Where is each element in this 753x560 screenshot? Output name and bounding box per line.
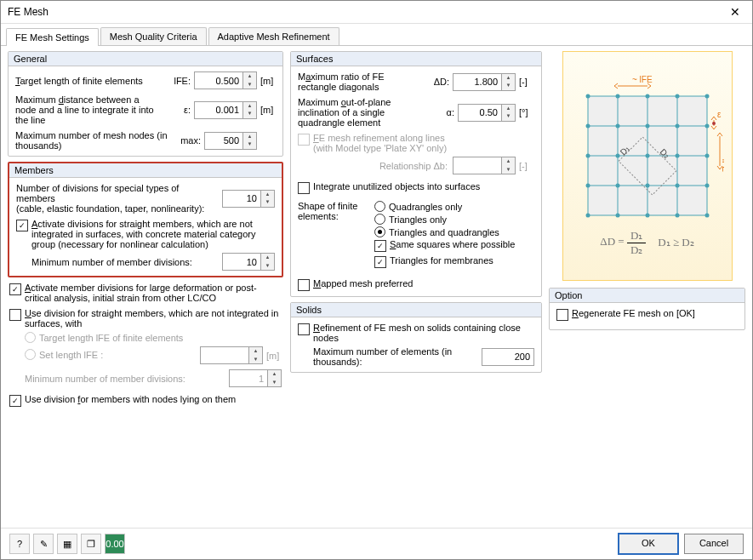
group-solids-title: Solids: [291, 303, 541, 317]
svg-point-12: [615, 94, 619, 98]
svg-point-34: [675, 213, 679, 217]
activate-divisions-label: Activate divisions for straight members,…: [31, 219, 275, 249]
max-ratio-input[interactable]: ▲▼: [453, 73, 516, 91]
group-general-title: General: [9, 52, 282, 66]
relationship-label: Relationship Δb:: [298, 161, 453, 171]
group-solids: Solids Refinement of FE mesh on solids c…: [290, 302, 542, 373]
same-squares-checkbox[interactable]: Same squares where possible: [374, 239, 515, 252]
dialog-footer: ? ✎ ▦ ❐ 0.00 OK Cancel: [1, 528, 752, 559]
group-members-highlighted: Members Number of divisions for special …: [8, 162, 283, 277]
regenerate-checkbox[interactable]: Regenerate FE mesh on [OK]: [556, 308, 738, 321]
divisions-special-input[interactable]: ▲▼: [222, 190, 275, 208]
ok-button[interactable]: OK: [618, 533, 679, 555]
target-length-unit: [m]: [257, 76, 276, 86]
mapped-mesh-label: Mapped mesh preferred: [313, 278, 413, 289]
integrate-unused-checkbox[interactable]: Integrate unutilized objects into surfac…: [298, 181, 534, 194]
svg-point-11: [585, 94, 590, 98]
use-div-straight-label: Use division for straight members, which…: [25, 308, 282, 329]
activate-large-def-checkbox[interactable]: Activate member divisions for large defo…: [9, 283, 282, 303]
tab-strip: FE Mesh Settings Mesh Quality Criteria A…: [1, 24, 752, 46]
max-distance-label: Maximum distance between a node and a li…: [15, 94, 165, 125]
svg-point-23: [645, 153, 649, 157]
same-squares-label: Same squares where possible: [390, 239, 515, 249]
svg-point-19: [675, 123, 679, 128]
refine-solids-checkbox[interactable]: Refinement of FE mesh on solids containi…: [298, 323, 534, 343]
radio-quadrangles[interactable]: Quadrangles only: [374, 201, 515, 212]
radio-triangles[interactable]: Triangles only: [374, 214, 515, 225]
max-distance-unit: [m]: [257, 105, 276, 115]
spinner-icon[interactable]: ▲▼: [243, 71, 257, 89]
calc-icon[interactable]: 0.00: [105, 534, 125, 554]
radio-triangles-quadrangles[interactable]: Triangles and quadrangles: [374, 226, 515, 237]
svg-point-18: [645, 123, 649, 128]
titlebar: FE Mesh ✕: [1, 1, 752, 24]
edit-icon[interactable]: ✎: [33, 534, 54, 554]
use-div-straight-checkbox[interactable]: Use division for straight members, which…: [9, 308, 282, 329]
svg-text:ε: ε: [717, 110, 722, 119]
svg-point-33: [645, 213, 649, 217]
relationship-unit: [-]: [516, 161, 534, 171]
help-icon[interactable]: ?: [9, 534, 30, 554]
divisions-special-label: Number of divisions for special types of…: [16, 183, 222, 214]
svg-point-21: [585, 153, 590, 157]
tab-mesh-quality[interactable]: Mesh Quality Criteria: [100, 27, 207, 45]
radio-target-length: Target length lFE of finite elements: [25, 332, 282, 343]
max-oop-input[interactable]: ▲▼: [458, 104, 516, 122]
refine-solids-label: Refinement of FE mesh on solids containi…: [313, 323, 534, 343]
table-icon[interactable]: ▦: [57, 534, 77, 554]
copy-icon[interactable]: ❐: [81, 534, 101, 554]
refine-lines-label: FE mesh refinement along lines(with Mode…: [313, 133, 447, 153]
group-members-title: Members: [9, 163, 282, 178]
min-div-input[interactable]: ▲▼: [222, 253, 275, 271]
set-length-unit: [m]: [263, 351, 282, 361]
svg-point-26: [585, 183, 590, 187]
max-elements-input[interactable]: [482, 348, 534, 366]
max-ratio-label: Maximum ratio of FE rectangle diagonals: [298, 71, 424, 92]
min-div2-label: Minimum number of member divisions:: [25, 374, 229, 384]
set-length-input: ▲▼: [200, 346, 263, 364]
diagram-formula: ΔD = D₁D₂ D₁ ≥ D₂: [600, 224, 693, 262]
svg-point-27: [615, 183, 619, 187]
svg-text:~lFE: ~lFE: [721, 154, 724, 172]
svg-point-20: [705, 123, 709, 128]
radio-quadrangles-label: Quadrangles only: [389, 202, 462, 212]
tab-fe-mesh-settings[interactable]: FE Mesh Settings: [6, 28, 99, 46]
tab-adaptive-refinement[interactable]: Adaptive Mesh Refinement: [208, 27, 339, 45]
max-nodes-label: Maximum number of mesh nodes (in thousan…: [15, 130, 175, 151]
regenerate-label: Regenerate FE mesh on [OK]: [572, 308, 695, 318]
spinner-icon[interactable]: ▲▼: [502, 104, 516, 122]
spinner-icon[interactable]: ▲▼: [261, 190, 275, 208]
spinner-icon[interactable]: ▲▼: [502, 73, 516, 91]
spinner-icon[interactable]: ▲▼: [243, 132, 257, 150]
mapped-mesh-checkbox[interactable]: Mapped mesh preferred: [298, 278, 534, 291]
spinner-icon[interactable]: ▲▼: [243, 101, 257, 119]
activate-divisions-checkbox[interactable]: Activate divisions for straight members,…: [16, 219, 275, 249]
use-div-nodes-label: Use division for members with nodes lyin…: [25, 394, 236, 404]
triangles-membranes-checkbox[interactable]: Triangles for membranes: [374, 255, 515, 268]
use-div-nodes-checkbox[interactable]: Use division for members with nodes lyin…: [9, 394, 282, 407]
max-nodes-input[interactable]: ▲▼: [204, 132, 257, 150]
max-distance-symbol: ε:: [165, 105, 194, 115]
fe-mesh-dialog: FE Mesh ✕ FE Mesh Settings Mesh Quality …: [0, 0, 753, 560]
max-distance-input[interactable]: ▲▼: [194, 101, 257, 119]
max-ratio-unit: [-]: [516, 77, 534, 87]
max-oop-symbol: α:: [429, 107, 458, 117]
spinner-icon[interactable]: ▲▼: [261, 253, 275, 271]
group-surfaces-title: Surfaces: [291, 52, 541, 66]
mesh-diagram-svg: ~ lFE ε ~lFE D₁ D₂: [571, 71, 724, 224]
activate-large-def-label: Activate member divisions for large defo…: [25, 283, 282, 303]
relationship-input: ▲▼: [453, 157, 516, 174]
svg-point-35: [705, 213, 709, 217]
radio-triangles-label: Triangles only: [389, 214, 447, 225]
target-length-input[interactable]: ▲▼: [194, 71, 257, 89]
max-oop-unit: [°]: [516, 107, 534, 117]
svg-point-29: [675, 183, 679, 187]
cancel-button[interactable]: Cancel: [684, 534, 744, 554]
group-general: General Target length of finite elements…: [8, 51, 283, 157]
radio-target-length-label: Target length lFE of finite elements: [39, 333, 183, 343]
close-icon[interactable]: ✕: [725, 3, 745, 20]
radio-set-length-label: Set length lFE :: [39, 350, 103, 360]
svg-text:~ lFE: ~ lFE: [632, 75, 653, 84]
svg-point-36: [712, 122, 716, 125]
shape-label: Shape of finite elements:: [298, 201, 374, 271]
